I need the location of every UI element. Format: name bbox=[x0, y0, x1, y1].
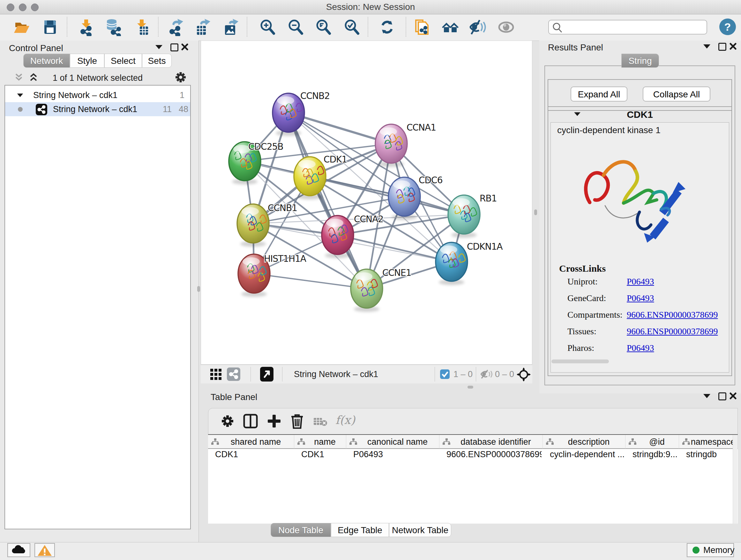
network-node-cdk1[interactable]: CDK1 bbox=[294, 154, 347, 196]
splitter-handle[interactable] bbox=[534, 209, 537, 215]
column-header-id[interactable]: @id bbox=[625, 435, 679, 449]
network-node-cdc6[interactable]: CDC6 bbox=[388, 175, 443, 216]
column-header-description[interactable]: description bbox=[543, 435, 625, 449]
refresh-icon[interactable] bbox=[378, 18, 396, 36]
delete-table-icon[interactable] bbox=[314, 417, 328, 427]
panel-float-icon[interactable] bbox=[718, 43, 726, 51]
network-collection-row[interactable]: String Network – cdk1 1 bbox=[5, 88, 190, 102]
collection-expand-icon[interactable] bbox=[17, 94, 23, 97]
tab-sets[interactable]: Sets bbox=[142, 54, 172, 68]
table-cell[interactable]: CDK1 bbox=[215, 449, 293, 463]
table-vertical-scrollbar[interactable] bbox=[733, 435, 738, 523]
zoom-in-icon[interactable] bbox=[259, 18, 276, 36]
hidden-counter: 0 – 0 bbox=[495, 365, 514, 383]
save-session-icon[interactable] bbox=[41, 18, 59, 36]
open-in-window-icon[interactable] bbox=[260, 367, 273, 381]
crosslink-value-link[interactable]: 9606.ENSP00000378699 bbox=[627, 310, 718, 320]
table-cell[interactable]: P06493 bbox=[353, 449, 438, 463]
splitter-handle[interactable] bbox=[468, 386, 473, 388]
show-all-icon[interactable] bbox=[497, 18, 515, 36]
network-node-rb1[interactable]: RB1 bbox=[448, 193, 496, 234]
panel-close-icon[interactable] bbox=[730, 43, 737, 50]
tab-network[interactable]: Network bbox=[23, 54, 70, 68]
hidden-eye-icon[interactable] bbox=[480, 369, 492, 379]
network-edge[interactable] bbox=[254, 273, 367, 289]
column-header-databaseidentifier[interactable]: database identifier bbox=[440, 435, 543, 449]
panel-menu-icon[interactable] bbox=[703, 44, 711, 49]
zoom-out-icon[interactable] bbox=[286, 18, 305, 36]
panel-float-icon[interactable] bbox=[718, 392, 726, 400]
network-node-ccne1[interactable]: CCNE1 bbox=[351, 267, 411, 308]
crosslink-value-link[interactable]: 9606.ENSP00000378699 bbox=[627, 326, 718, 336]
delete-column-icon[interactable] bbox=[289, 413, 305, 429]
memory-button[interactable]: Memory bbox=[687, 543, 734, 557]
import-network-database-icon[interactable] bbox=[104, 18, 122, 36]
column-header-label: shared name bbox=[219, 435, 293, 449]
equation-fx-icon[interactable]: f(x) bbox=[335, 414, 355, 427]
create-column-icon[interactable] bbox=[266, 414, 282, 429]
panel-menu-icon[interactable] bbox=[703, 394, 711, 398]
clone-network-icon[interactable] bbox=[413, 18, 431, 36]
help-button[interactable]: ? bbox=[719, 18, 736, 35]
collection-name: String Network – cdk1 bbox=[33, 88, 118, 102]
network-node-ccnb2[interactable]: CCNB2 bbox=[273, 91, 330, 132]
table-cell[interactable]: 9606.ENSP00000378699 bbox=[447, 449, 542, 463]
tab-network-table[interactable]: Network Table bbox=[389, 523, 451, 537]
birds-eye-icon[interactable] bbox=[517, 368, 531, 381]
export-image-icon[interactable] bbox=[222, 18, 240, 36]
first-neighbors-icon[interactable] bbox=[441, 18, 459, 36]
column-header-namespace[interactable]: namespace bbox=[679, 435, 738, 449]
network-node-ccnb1[interactable]: CCNB1 bbox=[237, 203, 297, 243]
network-node-cdc25b[interactable]: CDC25B bbox=[229, 141, 283, 181]
tab-select[interactable]: Select bbox=[105, 54, 142, 68]
show-columns-icon[interactable] bbox=[243, 414, 258, 429]
tab-edge-table[interactable]: Edge Table bbox=[331, 523, 389, 537]
crosslink-value-link[interactable]: P06493 bbox=[627, 276, 654, 287]
expand-all-button[interactable]: Expand All bbox=[570, 86, 627, 102]
column-header-name[interactable]: name bbox=[294, 435, 346, 449]
network-canvas[interactable]: CCNB2CCNA1CDC25BCDK1CDC6RB1CCNB1CCNA2CDK… bbox=[201, 41, 532, 365]
table-cell[interactable]: stringdb bbox=[686, 449, 737, 463]
selected-checkbox-icon[interactable] bbox=[440, 369, 450, 379]
tab-string[interactable]: String bbox=[621, 54, 659, 68]
column-header-sharedname[interactable]: shared name bbox=[208, 435, 294, 449]
results-scrollbar[interactable] bbox=[551, 360, 609, 363]
status-bar: Memory bbox=[0, 542, 741, 560]
network-node-cdkn1a[interactable]: CDKN1A bbox=[435, 241, 502, 281]
network-row-selected[interactable]: String Network – cdk1 11 48 bbox=[5, 102, 190, 116]
export-table-icon[interactable] bbox=[194, 18, 212, 36]
table-cell[interactable]: CDK1 bbox=[301, 449, 345, 463]
zoom-selected-icon[interactable] bbox=[343, 18, 360, 36]
tab-node-table[interactable]: Node Table bbox=[271, 523, 331, 537]
panel-float-icon[interactable] bbox=[171, 44, 179, 51]
splitter-handle[interactable] bbox=[197, 286, 200, 292]
crosslink-value-link[interactable]: P06493 bbox=[627, 293, 654, 303]
zoom-fit-icon[interactable] bbox=[314, 18, 332, 36]
grid-view-icon[interactable] bbox=[210, 369, 222, 380]
table-cell[interactable]: cyclin-dependent ... bbox=[550, 449, 624, 463]
gear-icon[interactable] bbox=[174, 71, 187, 84]
warning-status-button[interactable] bbox=[35, 543, 55, 557]
export-network-icon[interactable] bbox=[166, 18, 185, 36]
tab-style[interactable]: Style bbox=[70, 54, 105, 68]
panel-close-icon[interactable] bbox=[730, 392, 737, 399]
column-header-canonicalname[interactable]: canonical name bbox=[346, 435, 440, 449]
table-settings-gear-icon[interactable] bbox=[220, 414, 234, 428]
import-table-icon[interactable] bbox=[133, 18, 151, 36]
network-graph[interactable]: CCNB2CCNA1CDC25BCDK1CDC6RB1CCNB1CCNA2CDK… bbox=[201, 41, 532, 364]
cloud-status-button[interactable] bbox=[7, 543, 30, 557]
panel-close-icon[interactable] bbox=[181, 44, 188, 51]
hide-selected-icon[interactable] bbox=[469, 18, 487, 36]
network-share-icon[interactable] bbox=[227, 368, 240, 381]
network-node-hist1h1a[interactable]: HIST1H1A bbox=[238, 253, 307, 293]
open-session-icon[interactable] bbox=[13, 18, 30, 36]
gene-symbol: CDK1 bbox=[548, 109, 731, 120]
crosslink-value-link[interactable]: P06493 bbox=[627, 343, 654, 353]
import-network-file-icon[interactable] bbox=[77, 18, 95, 36]
panel-menu-icon[interactable] bbox=[155, 45, 162, 49]
search-field[interactable] bbox=[548, 20, 707, 35]
table-cell[interactable]: stringdb:9... bbox=[632, 449, 678, 463]
gene-description: cyclin-dependent kinase 1 bbox=[557, 125, 661, 135]
collapse-all-button[interactable]: Collapse All bbox=[643, 86, 711, 102]
search-input[interactable] bbox=[563, 21, 702, 33]
